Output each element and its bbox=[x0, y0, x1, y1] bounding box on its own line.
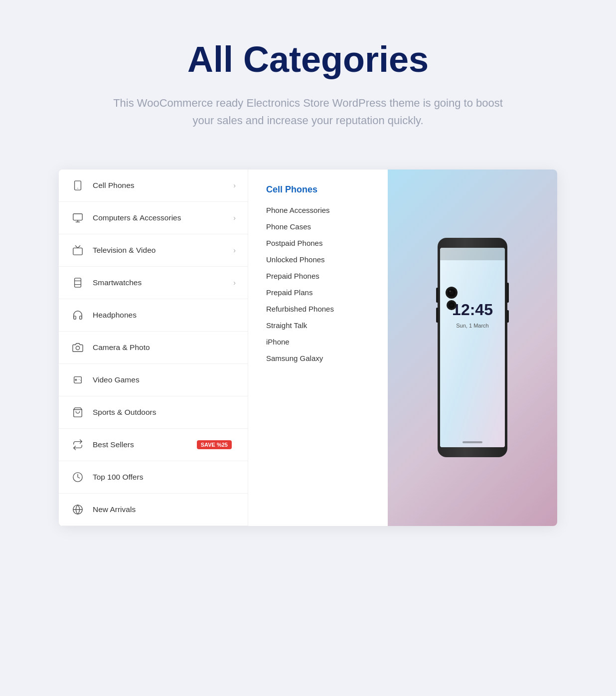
content-panel: Cell Phones Phone Accessories Phone Case… bbox=[248, 170, 557, 526]
top100-icon bbox=[71, 470, 85, 484]
svg-rect-5 bbox=[73, 248, 82, 255]
sidebar-label-bestsellers: Best Sellers bbox=[93, 440, 197, 449]
gamepad-icon bbox=[71, 373, 85, 387]
sidebar-label-top100: Top 100 Offers bbox=[93, 473, 236, 482]
svg-point-28 bbox=[450, 291, 451, 292]
sidebar-item-top100[interactable]: Top 100 Offers bbox=[59, 461, 248, 494]
svg-rect-32 bbox=[462, 441, 482, 443]
sidebar-label-sports: Sports & Outdoors bbox=[93, 408, 236, 417]
sidebar-label-smartwatches: Smartwatches bbox=[93, 278, 233, 287]
sidebar-item-camera[interactable]: Camera & Photo bbox=[59, 332, 248, 364]
subcategory-phone-cases[interactable]: Phone Cases bbox=[266, 222, 370, 231]
hero-subtitle: This WooCommerce ready Electronics Store… bbox=[109, 94, 507, 129]
chevron-icon: › bbox=[233, 246, 236, 254]
chevron-icon: › bbox=[233, 279, 236, 287]
sidebar-label-camera: Camera & Photo bbox=[93, 343, 236, 352]
newarrivals-icon bbox=[71, 503, 85, 517]
sidebar-item-bestsellers[interactable]: Best Sellers SAVE %25 bbox=[59, 429, 248, 461]
subcategory-refurbished[interactable]: Refurbished Phones bbox=[266, 305, 370, 313]
sports-icon bbox=[71, 405, 85, 419]
phone-image-area: 12:45 Sun, 1 March bbox=[388, 170, 557, 526]
svg-rect-33 bbox=[506, 283, 509, 303]
subcategory-list: Cell Phones Phone Accessories Phone Case… bbox=[248, 170, 388, 526]
sidebar-label-television: Television & Video bbox=[93, 246, 233, 255]
phone-illustration: 12:45 Sun, 1 March bbox=[398, 218, 547, 477]
subcategory-prepaid[interactable]: Prepaid Phones bbox=[266, 272, 370, 280]
sidebar-item-videogames[interactable]: Video Games bbox=[59, 364, 248, 396]
page-title: All Categories bbox=[109, 40, 507, 79]
tv-icon bbox=[71, 243, 85, 257]
subcategory-iphone[interactable]: iPhone bbox=[266, 338, 370, 346]
svg-text:Sun, 1 March: Sun, 1 March bbox=[456, 323, 488, 329]
sidebar: Cell Phones › Computers & Accessories › … bbox=[59, 170, 248, 526]
sidebar-label-headphones: Headphones bbox=[93, 311, 236, 320]
svg-rect-36 bbox=[436, 308, 439, 323]
page-wrapper: All Categories This WooCommerce ready El… bbox=[0, 0, 616, 566]
chevron-icon: › bbox=[233, 214, 236, 222]
sidebar-item-sports[interactable]: Sports & Outdoors bbox=[59, 396, 248, 429]
svg-rect-34 bbox=[506, 310, 509, 323]
sidebar-label-computers: Computers & Accessories bbox=[93, 213, 233, 222]
subcategory-prepaid-plans[interactable]: Prepaid Plans bbox=[266, 288, 370, 297]
save-badge: SAVE %25 bbox=[197, 440, 232, 449]
hero-section: All Categories This WooCommerce ready El… bbox=[109, 40, 507, 130]
subcategory-unlocked[interactable]: Unlocked Phones bbox=[266, 255, 370, 264]
bestsellers-icon bbox=[71, 438, 85, 452]
subcategory-phone-accessories[interactable]: Phone Accessories bbox=[266, 206, 370, 214]
subcategory-title: Cell Phones bbox=[266, 184, 370, 195]
smartwatch-icon bbox=[71, 276, 85, 290]
svg-rect-22 bbox=[440, 248, 505, 260]
subcategory-straight-talk[interactable]: Straight Talk bbox=[266, 321, 370, 330]
svg-rect-6 bbox=[75, 278, 81, 287]
svg-rect-35 bbox=[436, 288, 439, 303]
svg-point-31 bbox=[450, 304, 453, 307]
cell-phone-icon bbox=[71, 178, 85, 192]
sidebar-label-cell-phones: Cell Phones bbox=[93, 181, 233, 190]
svg-point-9 bbox=[76, 346, 79, 349]
svg-text:12:45: 12:45 bbox=[452, 301, 493, 319]
sidebar-item-headphones[interactable]: Headphones bbox=[59, 299, 248, 332]
svg-rect-21 bbox=[440, 248, 505, 447]
svg-rect-0 bbox=[75, 180, 81, 189]
subcategory-postpaid[interactable]: Postpaid Phones bbox=[266, 239, 370, 247]
headphones-icon bbox=[71, 308, 85, 322]
computer-icon bbox=[71, 211, 85, 225]
svg-rect-2 bbox=[73, 213, 82, 220]
sidebar-label-newarrivals: New Arrivals bbox=[93, 505, 236, 514]
sidebar-item-newarrivals[interactable]: New Arrivals bbox=[59, 494, 248, 526]
camera-icon bbox=[71, 341, 85, 354]
sidebar-item-smartwatches[interactable]: Smartwatches › bbox=[59, 267, 248, 299]
sidebar-item-cell-phones[interactable]: Cell Phones › bbox=[59, 170, 248, 202]
subcategory-samsung[interactable]: Samsung Galaxy bbox=[266, 354, 370, 362]
sidebar-label-videogames: Video Games bbox=[93, 375, 236, 384]
sidebar-item-computers[interactable]: Computers & Accessories › bbox=[59, 202, 248, 234]
sidebar-item-television[interactable]: Television & Video › bbox=[59, 234, 248, 267]
chevron-icon: › bbox=[233, 181, 236, 189]
categories-container: Cell Phones › Computers & Accessories › … bbox=[59, 170, 557, 526]
